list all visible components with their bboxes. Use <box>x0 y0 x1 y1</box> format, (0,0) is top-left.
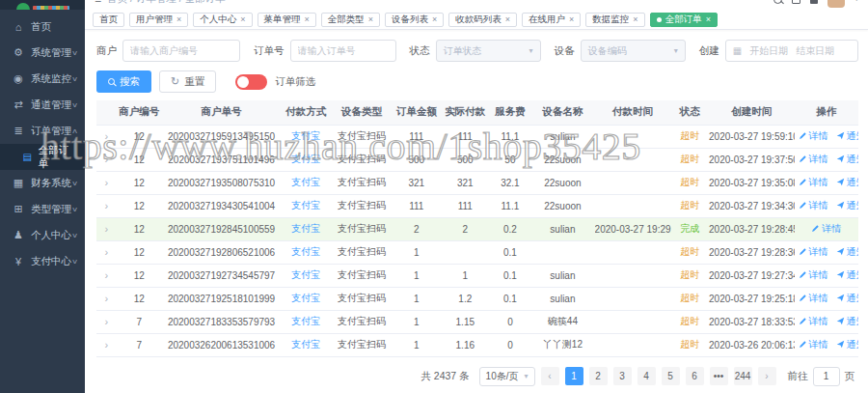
action-详情[interactable]: 详情 <box>799 153 828 166</box>
sidebar-item-系统管理[interactable]: ⚙系统管理∨ <box>0 40 85 66</box>
action-通知[interactable]: 通知 <box>836 292 858 305</box>
tab-在线用户[interactable]: 在线用户× <box>522 13 581 27</box>
pay-method[interactable]: 支付宝 <box>281 217 331 240</box>
tab-全部订单[interactable]: 全部订单× <box>650 13 718 27</box>
close-icon[interactable]: × <box>368 14 373 24</box>
sidebar-item-订单管理[interactable]: ≣订单管理∧ <box>0 118 85 144</box>
tab-label: 用户管理 <box>136 14 173 26</box>
tab-首页[interactable]: 首页 <box>93 13 124 27</box>
pay-time: 2020-03-27 19:29:02 <box>595 217 671 240</box>
order-filter-toggle[interactable] <box>235 74 267 90</box>
action-通知[interactable]: 通知 <box>836 176 858 189</box>
sidebar-subitem-全部订单[interactable]: ▤全部订单 <box>0 144 85 170</box>
page-button-6[interactable]: 6 <box>686 367 704 385</box>
pay-method[interactable]: 支付宝 <box>281 148 331 171</box>
action-详情[interactable]: 详情 <box>799 129 828 143</box>
next-page-button[interactable]: › <box>758 367 776 385</box>
pay-method[interactable]: 支付宝 <box>281 240 331 264</box>
action-详情[interactable]: 详情 <box>799 245 828 259</box>
close-icon[interactable]: × <box>706 14 711 24</box>
chevron-down-icon: ∨ <box>71 101 78 109</box>
close-icon[interactable]: × <box>505 14 510 24</box>
action-通知[interactable]: 通知 <box>836 315 858 328</box>
pay-method[interactable]: 支付宝 <box>281 310 331 333</box>
pay-method[interactable]: 支付宝 <box>281 171 331 194</box>
avatar[interactable] <box>827 0 845 8</box>
search-icon[interactable] <box>773 0 782 4</box>
page-button-4[interactable]: 4 <box>637 367 656 385</box>
merchant-order-no: 20200327183353579793 <box>162 310 281 333</box>
fullscreen-icon[interactable] <box>792 0 800 4</box>
expand-arrow-icon[interactable]: › <box>104 339 108 351</box>
close-icon[interactable]: × <box>569 14 574 24</box>
page-size-select[interactable]: 10条/页 ▾ <box>479 367 535 386</box>
sidebar-item-通道管理[interactable]: ⇄通道管理∨ <box>0 92 85 118</box>
page-button-2[interactable]: 2 <box>589 367 608 385</box>
action-详情[interactable]: 详情 <box>799 292 828 305</box>
pay-method[interactable]: 支付宝 <box>281 125 331 148</box>
sidebar-item-财务系统[interactable]: ▦财务系统∨ <box>0 170 85 196</box>
jump-page-input[interactable] <box>813 367 840 386</box>
tab-设备列表[interactable]: 设备列表× <box>385 13 444 27</box>
device-select[interactable]: 设备编码 ▾ <box>581 40 686 62</box>
action-详情[interactable]: 详情 <box>799 176 828 189</box>
action-通知[interactable]: 通知 <box>836 245 858 259</box>
sidebar-item-个人中心[interactable]: ♟个人中心∨ <box>0 222 85 248</box>
chevron-down-icon[interactable]: ▾ <box>854 0 858 3</box>
action-通知[interactable]: 通知 <box>836 338 858 351</box>
tab-菜单管理[interactable]: 菜单管理× <box>258 13 316 27</box>
page-button-1[interactable]: 1 <box>565 367 583 385</box>
merchant-id: 7 <box>117 333 162 356</box>
expand-arrow-icon[interactable]: › <box>104 246 108 258</box>
sidebar-item-系统监控[interactable]: ◉系统监控∨ <box>0 66 85 92</box>
action-通知[interactable]: 通知 <box>836 129 858 143</box>
sidebar-item-类型管理[interactable]: ⊞类型管理∨ <box>0 196 85 222</box>
pay-method[interactable]: 支付宝 <box>281 194 331 217</box>
search-button[interactable]: 搜索 <box>96 70 151 93</box>
action-详情[interactable]: 详情 <box>811 222 841 236</box>
pay-method[interactable]: 支付宝 <box>281 264 331 287</box>
expand-arrow-icon[interactable]: › <box>104 154 108 165</box>
tab-数据监控[interactable]: 数据监控× <box>585 13 644 27</box>
action-通知[interactable]: 通知 <box>836 268 858 282</box>
tab-用户管理[interactable]: 用户管理× <box>129 13 188 27</box>
action-详情[interactable]: 详情 <box>799 338 828 351</box>
action-详情[interactable]: 详情 <box>799 268 828 282</box>
hamburger-icon[interactable]: ≡ <box>95 0 101 6</box>
sidebar-item-支付中心[interactable]: ¥支付中心∨ <box>0 248 85 274</box>
sidebar-item-首页[interactable]: ⌂首页 <box>0 14 85 40</box>
pay-method[interactable]: 支付宝 <box>281 287 331 310</box>
action-详情[interactable]: 详情 <box>799 199 828 212</box>
bell-icon[interactable] <box>810 0 818 4</box>
close-icon[interactable]: × <box>633 14 637 24</box>
close-icon[interactable]: × <box>240 14 245 24</box>
merchant-order-no: 20200327193751101496 <box>162 148 281 171</box>
close-icon[interactable]: × <box>305 14 310 24</box>
tab-全部类型[interactable]: 全部类型× <box>321 13 380 27</box>
page-button-3[interactable]: 3 <box>613 367 632 385</box>
close-icon[interactable]: × <box>176 14 181 24</box>
pay-method[interactable]: 支付宝 <box>281 333 331 356</box>
expand-arrow-icon[interactable]: › <box>104 177 108 188</box>
date-range-picker[interactable]: ▦ 开始日期 结束日期 <box>725 40 858 62</box>
tab-收款码列表[interactable]: 收款码列表× <box>448 13 517 27</box>
expand-arrow-icon[interactable]: › <box>104 293 108 304</box>
merchant-input[interactable] <box>122 40 240 62</box>
order-no-input[interactable] <box>290 40 396 62</box>
page-button-244[interactable]: 244 <box>734 367 752 385</box>
action-通知[interactable]: 通知 <box>836 153 858 166</box>
expand-arrow-icon[interactable]: › <box>104 269 108 281</box>
action-label: 详情 <box>809 245 828 259</box>
action-通知[interactable]: 通知 <box>836 199 858 212</box>
reset-button[interactable]: ↻ 重置 <box>159 70 216 93</box>
page-button-5[interactable]: 5 <box>662 367 680 385</box>
action-详情[interactable]: 详情 <box>799 315 828 328</box>
expand-arrow-icon[interactable]: › <box>104 130 108 142</box>
expand-arrow-icon[interactable]: › <box>104 316 108 327</box>
expand-arrow-icon[interactable]: › <box>104 223 108 235</box>
status-select[interactable]: 订单状态 ▾ <box>436 40 541 62</box>
close-icon[interactable]: × <box>432 14 437 24</box>
prev-page-button[interactable]: ‹ <box>541 367 559 385</box>
expand-arrow-icon[interactable]: › <box>104 200 108 211</box>
tab-个人中心[interactable]: 个人中心× <box>193 13 252 27</box>
